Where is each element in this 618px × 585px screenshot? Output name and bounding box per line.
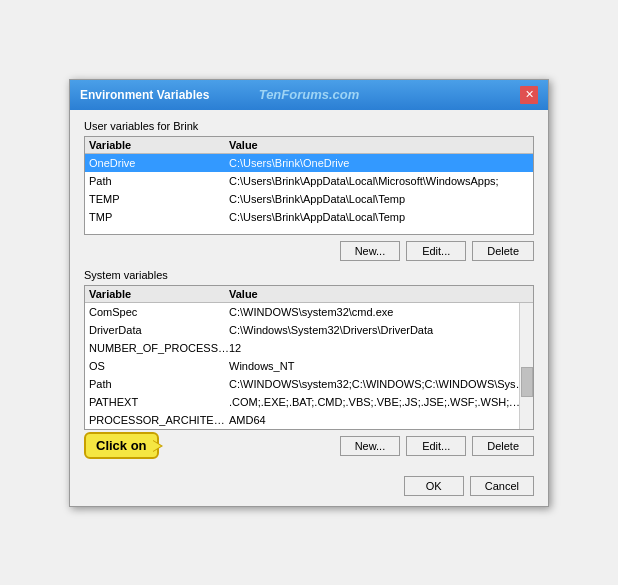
environment-variables-dialog: Environment Variables TenForums.com ✕ Us…: [69, 79, 549, 507]
user-val-cell: C:\Users\Brink\OneDrive: [229, 157, 529, 169]
sys-val-cell: C:\WINDOWS\system32\cmd.exe: [229, 306, 529, 318]
table-row[interactable]: NUMBER_OF_PROCESSORS 12: [85, 339, 533, 357]
sys-val-cell: C:\Windows\System32\Drivers\DriverData: [229, 324, 529, 336]
user-val-col-header: Value: [229, 139, 529, 151]
sys-var-cell: PATHEXT: [89, 396, 229, 408]
user-val-cell: C:\Users\Brink\AppData\Local\Microsoft\W…: [229, 175, 529, 187]
scrollbar-thumb: [521, 367, 533, 397]
cancel-button[interactable]: Cancel: [470, 476, 534, 496]
table-row[interactable]: PROCESSOR_ARCHITECTURE AMD64: [85, 411, 533, 429]
dialog-content: User variables for Brink Variable Value …: [70, 110, 548, 470]
user-var-col-header: Variable: [89, 139, 229, 151]
user-val-cell: C:\Users\Brink\AppData\Local\Temp: [229, 193, 529, 205]
sys-val-cell: Windows_NT: [229, 360, 529, 372]
user-var-cell: TMP: [89, 211, 229, 223]
table-row[interactable]: OneDrive C:\Users\Brink\OneDrive: [85, 154, 533, 172]
sys-val-cell: 12: [229, 342, 529, 354]
user-var-cell: OneDrive: [89, 157, 229, 169]
callout-bubble: Click on: [84, 432, 159, 459]
sys-val-cell: C:\WINDOWS\system32;C:\WINDOWS;C:\WINDOW…: [229, 378, 529, 390]
sys-val-cell: AMD64: [229, 414, 529, 426]
sys-delete-button[interactable]: Delete: [472, 436, 534, 456]
user-table-header: Variable Value: [85, 137, 533, 154]
user-new-button[interactable]: New...: [340, 241, 401, 261]
sys-var-cell: DriverData: [89, 324, 229, 336]
user-variables-table: Variable Value OneDrive C:\Users\Brink\O…: [84, 136, 534, 235]
sys-edit-button[interactable]: Edit...: [406, 436, 466, 456]
user-edit-button[interactable]: Edit...: [406, 241, 466, 261]
dialog-title: Environment Variables: [80, 88, 209, 102]
table-row[interactable]: Path C:\Users\Brink\AppData\Local\Micros…: [85, 172, 533, 190]
table-row[interactable]: PATHEXT .COM;.EXE;.BAT;.CMD;.VBS;.VBE;.J…: [85, 393, 533, 411]
sys-table-header: Variable Value: [85, 286, 533, 303]
system-section-label: System variables: [84, 269, 534, 281]
sys-buttons-row: Click on New... Edit... Delete: [84, 436, 534, 456]
system-variables-table: Variable Value ComSpec C:\WINDOWS\system…: [84, 285, 534, 430]
table-row[interactable]: DriverData C:\Windows\System32\Drivers\D…: [85, 321, 533, 339]
sys-var-cell: ComSpec: [89, 306, 229, 318]
user-table-body: OneDrive C:\Users\Brink\OneDrive Path C:…: [85, 154, 533, 234]
user-buttons-row: New... Edit... Delete: [84, 241, 534, 261]
sys-new-button[interactable]: New...: [340, 436, 401, 456]
sys-val-col-header: Value: [229, 288, 529, 300]
table-row[interactable]: Path C:\WINDOWS\system32;C:\WINDOWS;C:\W…: [85, 375, 533, 393]
sys-var-cell: NUMBER_OF_PROCESSORS: [89, 342, 229, 354]
user-var-cell: TEMP: [89, 193, 229, 205]
scrollbar[interactable]: [519, 303, 533, 429]
table-row[interactable]: TEMP C:\Users\Brink\AppData\Local\Temp: [85, 190, 533, 208]
user-section-label: User variables for Brink: [84, 120, 534, 132]
table-row[interactable]: ComSpec C:\WINDOWS\system32\cmd.exe: [85, 303, 533, 321]
sys-val-cell: .COM;.EXE;.BAT;.CMD;.VBS;.VBE;.JS;.JSE;.…: [229, 396, 529, 408]
sys-var-cell: Path: [89, 378, 229, 390]
user-var-cell: Path: [89, 175, 229, 187]
user-val-cell: C:\Users\Brink\AppData\Local\Temp: [229, 211, 529, 223]
user-delete-button[interactable]: Delete: [472, 241, 534, 261]
title-bar: Environment Variables TenForums.com ✕: [70, 80, 548, 110]
bottom-buttons-row: OK Cancel: [70, 470, 548, 506]
watermark: TenForums.com: [259, 87, 360, 102]
callout-wrapper: Click on: [84, 432, 159, 459]
sys-var-col-header: Variable: [89, 288, 229, 300]
sys-var-cell: OS: [89, 360, 229, 372]
table-row[interactable]: OS Windows_NT: [85, 357, 533, 375]
close-button[interactable]: ✕: [520, 86, 538, 104]
ok-button[interactable]: OK: [404, 476, 464, 496]
table-row[interactable]: TMP C:\Users\Brink\AppData\Local\Temp: [85, 208, 533, 226]
sys-table-body: ComSpec C:\WINDOWS\system32\cmd.exe Driv…: [85, 303, 533, 429]
sys-var-cell: PROCESSOR_ARCHITECTURE: [89, 414, 229, 426]
